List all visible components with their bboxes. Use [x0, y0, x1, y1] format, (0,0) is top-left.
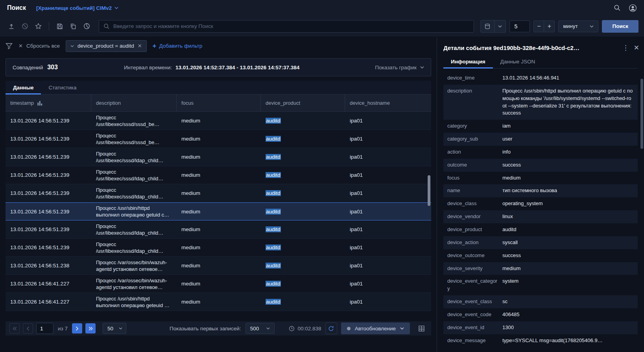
detail-field-row[interactable]: focus medium	[443, 172, 638, 185]
clear-all-label: Сбросить все	[26, 43, 60, 49]
field-value: 1300	[502, 324, 634, 332]
kebab-menu-icon[interactable]: ⋮	[622, 44, 629, 51]
upload-icon[interactable]	[6, 20, 17, 32]
field-key: device_outcome	[447, 252, 502, 259]
cell-timestamp: 13.01.2026 14:56:51.239	[6, 209, 91, 215]
details-fields-list: device_time 13.01.2026 14:56:46.941 desc…	[443, 72, 638, 352]
detail-field-row[interactable]: device_action syscall	[443, 236, 638, 249]
table-row[interactable]: 13.01.2026 14:56:51.239 Процесс /usr/sbi…	[6, 202, 431, 220]
pie-chart-icon[interactable]	[81, 20, 92, 32]
clear-all-filters-button[interactable]: ✕ Сбросить все	[18, 43, 60, 49]
page-size-value: 50	[107, 326, 113, 332]
tab-data[interactable]: Данные	[6, 81, 41, 94]
add-filter-button[interactable]: + Добавить фильтр	[153, 43, 203, 49]
page-number-input[interactable]	[36, 323, 54, 334]
details-scrollbar-thumb[interactable]	[640, 79, 643, 149]
table-row[interactable]: 13.01.2026 14:56:51.239 Процесс /usr/lib…	[6, 148, 431, 166]
cell-device-product: auditd	[261, 299, 345, 305]
filter-chip[interactable]: device_product = auditd ✕	[66, 40, 147, 52]
query-input[interactable]	[113, 23, 469, 29]
detail-field-row[interactable]: name тип системного вызова	[443, 184, 638, 197]
table-row[interactable]: 13.01.2026 14:56:51.239 Процесс /usr/lib…	[6, 220, 431, 239]
cell-device-product: auditd	[261, 136, 345, 142]
table-row[interactable]: 13.01.2026 14:56:51.239 Процесс /usr/lib…	[6, 112, 431, 130]
table-row[interactable]: 13.01.2026 14:56:51.239 Процесс /usr/lib…	[6, 239, 431, 257]
detail-field-row[interactable]: category_sub user	[443, 133, 638, 146]
detail-field-row[interactable]: device_class operating_system	[443, 197, 638, 210]
detail-field-row[interactable]: device_time 13.01.2026 14:56:46.941	[443, 72, 638, 85]
table-row[interactable]: 13.01.2026 14:56:51.239 Процесс /usr/lib…	[6, 130, 431, 148]
next-page-button[interactable]	[72, 323, 82, 333]
search-icon	[103, 23, 110, 30]
table-row[interactable]: 13.01.2026 14:56:51.238 Процесс /var/oss…	[6, 257, 431, 275]
show-first-records: Показывать первых записей: 500	[170, 323, 275, 334]
page-size-select[interactable]: 50	[103, 323, 126, 334]
first-page-button[interactable]	[9, 323, 20, 333]
field-value: medium	[502, 174, 634, 182]
detail-field-row[interactable]: device_message type=SYSCALL msg=audit(17…	[443, 334, 638, 347]
detail-field-row[interactable]: device_severity medium	[443, 262, 638, 275]
cell-device-product: auditd	[261, 118, 345, 124]
detail-field-row[interactable]: device_event_class sc	[443, 295, 638, 308]
column-header-focus[interactable]: focus	[177, 94, 261, 111]
time-preset-icon[interactable]	[481, 20, 494, 32]
match-highlight: auditd	[266, 263, 281, 269]
time-preset-chevron[interactable]	[494, 20, 506, 32]
detail-field-row[interactable]: device_product auditd	[443, 223, 638, 236]
column-header-timestamp[interactable]: timestamp	[6, 94, 91, 111]
detail-field-row[interactable]: device_outcome success	[443, 249, 638, 262]
detail-field-row[interactable]: category iam	[443, 120, 638, 133]
autorefresh-toggle[interactable]: Автообновление	[341, 322, 410, 334]
plus-icon: +	[153, 43, 157, 49]
prev-page-button[interactable]	[23, 323, 33, 333]
table-row[interactable]: 13.01.2026 14:56:51.239 Процесс /usr/lib…	[6, 166, 431, 184]
column-header-device-product[interactable]: device_product	[261, 94, 345, 111]
storage-selector[interactable]: [Хранилище событий] CIMv2	[36, 5, 118, 11]
refresh-button[interactable]	[325, 322, 337, 334]
close-panel-icon[interactable]: ✕	[634, 44, 639, 51]
sort-icon[interactable]	[37, 101, 42, 106]
table-row[interactable]: 13.01.2026 14:56:41.227 Процесс /var/oss…	[6, 275, 431, 293]
table-row[interactable]: 13.01.2026 14:56:41.227 Процесс /usr/sbi…	[6, 293, 431, 311]
cell-timestamp: 13.01.2026 14:56:51.239	[6, 154, 91, 160]
ban-icon[interactable]	[19, 20, 31, 32]
account-icon[interactable]	[629, 4, 637, 12]
interval-value-input[interactable]	[509, 20, 530, 32]
show-first-select[interactable]: 500	[245, 323, 275, 334]
matches-count: 303	[47, 64, 58, 71]
last-page-button[interactable]	[85, 323, 96, 333]
interval-decrease-button[interactable]: −	[533, 20, 544, 32]
remove-filter-icon[interactable]: ✕	[138, 43, 142, 49]
cell-timestamp: 13.01.2026 14:56:51.239	[6, 190, 91, 196]
clock-icon	[289, 326, 295, 332]
interval-increase-button[interactable]: +	[544, 20, 555, 32]
favorite-star-icon[interactable]	[32, 20, 44, 32]
detail-field-row[interactable]: device_event_category system	[443, 275, 638, 295]
field-value: syscall	[502, 239, 634, 246]
column-header-device-hostname[interactable]: device_hostname	[345, 94, 431, 111]
save-icon[interactable]	[54, 20, 66, 32]
detail-field-row[interactable]: device_event_id 1300	[443, 321, 638, 334]
detail-field-row[interactable]: action info	[443, 146, 638, 159]
columns-grid-icon[interactable]	[415, 322, 427, 334]
detail-field-row[interactable]: device_event_code 406485	[443, 308, 638, 321]
table-scrollbar-thumb[interactable]	[428, 175, 430, 206]
detail-field-row[interactable]: description Процесс /usr/sbin/httpd выпо…	[443, 85, 638, 120]
tab-json-data[interactable]: Данные JSON	[493, 55, 543, 68]
cell-timestamp: 13.01.2026 14:56:51.239	[6, 245, 91, 250]
copy-icon[interactable]	[67, 20, 79, 32]
interval-unit-value: минут	[563, 23, 578, 29]
detail-field-row[interactable]: outcome success	[443, 159, 638, 172]
tab-information[interactable]: Информация	[443, 55, 493, 68]
show-chart-toggle[interactable]: Показать график	[375, 65, 424, 70]
table-row[interactable]: 13.01.2026 14:56:51.239 Процесс /usr/lib…	[6, 184, 431, 202]
column-header-description[interactable]: description	[91, 94, 177, 111]
pagination-right-group: 00:02.838 Автообновление	[289, 322, 427, 334]
detail-field-row[interactable]: device_vendor linux	[443, 210, 638, 223]
field-value: medium	[502, 265, 634, 272]
global-search-icon[interactable]	[614, 4, 621, 11]
tab-statistics[interactable]: Статистика	[41, 81, 84, 94]
interval-unit-select[interactable]: минут	[558, 20, 598, 32]
search-button[interactable]: Поиск	[602, 20, 638, 33]
autorefresh-status-dot	[347, 327, 351, 330]
